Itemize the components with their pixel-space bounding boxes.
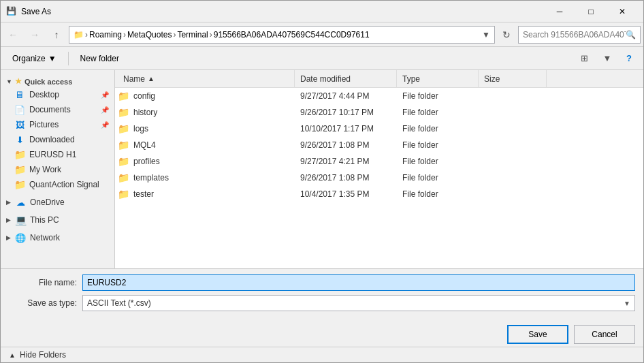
sidebar-item-desktop-label: Desktop [29,90,59,99]
saveastype-row: Save as type: ASCII Text (*.csv) ▼ [9,295,635,311]
sidebar-item-quantaction-label: QuantAction Signal [29,180,99,189]
minimize-button[interactable]: ─ [544,1,575,22]
sidebar-item-thispc-label: This PC [30,215,59,225]
folder-icon: 📁 [118,107,129,118]
forward-button[interactable]: → [25,26,44,44]
column-type-label: Type [402,74,420,84]
table-row[interactable]: 📁 profiles 9/27/2017 4:21 PM File folder [115,153,643,170]
sidebar-item-pictures[interactable]: 🖼 Pictures 📌 [1,117,114,132]
desktop-icon: 🖥 [14,89,25,100]
sidebar-item-desktop[interactable]: 🖥 Desktop 📌 [1,87,114,102]
sidebar-item-network[interactable]: ▶ 🌐 Network [1,230,114,245]
table-row[interactable]: 📁 config 9/27/2017 4:44 PM File folder [115,88,643,104]
new-folder-label: New folder [80,54,119,63]
column-header-date[interactable]: Date modified [295,70,397,87]
column-name-label: Name [123,74,145,84]
folder-icon: 📁 [118,140,129,151]
sidebar-item-eurusdh1-label: EURUSD H1 [29,150,76,159]
sidebar-section-onedrive: ▶ ☁ OneDrive [1,195,114,210]
filename-input[interactable] [82,274,635,291]
toolbar: Organize ▼ New folder ⊞ ▼ ? [1,47,643,70]
view-toggle-button[interactable]: ⊞ [574,50,594,67]
sidebar-item-onedrive[interactable]: ▶ ☁ OneDrive [1,195,114,210]
chevron-right-icon-net: ▶ [6,234,11,241]
view-dropdown-button[interactable]: ▼ [597,50,617,67]
path-dropdown-arrow[interactable]: ▼ [482,30,490,40]
chevron-right-icon: ▶ [6,199,11,206]
network-icon: 🌐 [15,232,26,243]
save-button[interactable]: Save [507,325,568,344]
sidebar-item-mywork[interactable]: 📁 My Work [1,162,114,177]
table-row[interactable]: 📁 tester 10/4/2017 1:35 PM File folder [115,186,643,202]
search-box[interactable]: 🔍 [518,26,641,44]
table-row[interactable]: 📁 MQL4 9/26/2017 1:08 PM File folder [115,137,643,153]
hide-folders-label: Hide Folders [20,350,66,360]
sidebar-item-downloaded-label: Downloaded [29,135,75,144]
pin-icon: 📌 [101,91,109,99]
sidebar-item-quantaction[interactable]: 📁 QuantAction Signal [1,177,114,192]
pin-icon-docs: 📌 [101,106,109,114]
table-row[interactable]: 📁 history 9/26/2017 10:17 PM File folder [115,104,643,121]
documents-icon: 📄 [14,104,25,115]
saveastype-dropdown[interactable]: ASCII Text (*.csv) ▼ [82,295,635,311]
sidebar-item-thispc[interactable]: ▶ 💻 This PC [1,212,114,227]
sidebar-item-documents-label: Documents [29,105,71,114]
save-as-dialog: 💾 Save As ─ □ ✕ ← → ↑ 📁 › Roaming › Meta… [0,0,644,363]
path-roaming: Roaming [89,30,122,40]
toolbar-separator [68,52,69,65]
address-path[interactable]: 📁 › Roaming › MetaQuotes › Terminal › 91… [69,26,495,44]
sidebar-section-network: ▶ 🌐 Network [1,230,114,245]
search-input[interactable] [523,30,626,40]
main-content: ▼ ★ Quick access 🖥 Desktop 📌 📄 Documents… [1,70,643,268]
organize-button[interactable]: Organize ▼ [6,50,63,67]
sidebar-item-documents[interactable]: 📄 Documents 📌 [1,102,114,117]
organize-arrow: ▼ [48,54,57,63]
file-name: config [133,91,155,101]
sidebar-item-pictures-label: Pictures [29,120,59,129]
refresh-button[interactable]: ↻ [498,26,515,44]
file-name: MQL4 [133,140,156,150]
maximize-button[interactable]: □ [575,1,607,22]
cancel-button[interactable]: Cancel [574,325,635,344]
sidebar-header-quickaccess[interactable]: ▼ ★ Quick access [1,73,114,87]
help-button[interactable]: ? [620,50,638,67]
organize-label: Organize [12,54,46,63]
up-button[interactable]: ↑ [47,26,66,44]
column-date-label: Date modified [300,74,351,84]
column-header-size[interactable]: Size [479,70,547,87]
new-folder-button[interactable]: New folder [74,50,125,67]
pin-icon-pics: 📌 [101,121,109,129]
path-id: 915566BA06ADA407569C544CC0D97611 [214,30,370,40]
saveastype-value: ASCII Text (*.csv) [87,298,624,308]
file-name: profiles [133,157,160,166]
saveastype-label: Save as type: [9,298,77,308]
thispc-icon: 💻 [15,215,26,225]
saveastype-arrow: ▼ [624,300,630,307]
close-button[interactable]: ✕ [607,1,638,22]
folder-icon-eurusd: 📁 [14,149,25,160]
table-row[interactable]: 📁 logs 10/10/2017 1:17 PM File folder [115,121,643,137]
path-terminal: Terminal [177,30,208,40]
download-icon: ⬇ [14,134,25,145]
sidebar: ▼ ★ Quick access 🖥 Desktop 📌 📄 Documents… [1,70,115,268]
sidebar-item-downloaded[interactable]: ⬇ Downloaded [1,132,114,147]
window-controls: ─ □ ✕ [544,1,638,22]
path-icon: 📁 [74,30,84,40]
folder-icon-mywork: 📁 [14,164,25,175]
table-row[interactable]: 📁 templates 9/26/2017 1:08 PM File folde… [115,170,643,186]
bottom-form-area: File name: Save as type: ASCII Text (*.c… [1,268,643,321]
hide-folders-bar[interactable]: ▲ Hide Folders [1,347,643,362]
sidebar-section-thispc: ▶ 💻 This PC [1,212,114,227]
search-icon: 🔍 [626,30,636,40]
filename-label: File name: [9,278,77,287]
file-rows-container: 📁 config 9/27/2017 4:44 PM File folder 📁… [115,88,643,202]
quickaccess-star-icon: ★ [15,77,22,86]
folder-icon: 📁 [118,123,129,134]
filename-row: File name: [9,274,635,291]
sidebar-item-eurusdh1[interactable]: 📁 EURUSD H1 [1,147,114,162]
column-header-name[interactable]: Name ▲ [118,70,295,87]
folder-icon-quantaction: 📁 [14,179,25,190]
column-header-type[interactable]: Type [397,70,479,87]
sort-arrow: ▲ [148,75,155,82]
back-button[interactable]: ← [3,26,22,44]
